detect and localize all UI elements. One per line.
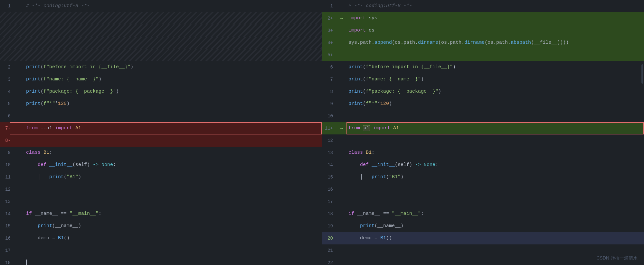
editor-container: 1 # -*- coding:utf-8 -*-: [0, 0, 644, 265]
line-2-left: 2 print(f"before import in {__file__}"): [0, 61, 322, 73]
line-17-left: 17: [0, 244, 322, 257]
line-14-left: 14 if __name__ == "__main__":: [0, 208, 322, 220]
line-9-left: 9 class B1:: [0, 147, 322, 159]
hatch-line-3: [0, 37, 322, 49]
line-2-right: 2+ → import sys: [322, 12, 644, 24]
line-11-right: 11+ → from a1 import A1: [322, 122, 644, 134]
line-1-right: 1 # -*- coding:utf-8 -*-: [322, 0, 644, 12]
line-19-right: 19 print(__name__): [322, 220, 644, 232]
line-13-right: 13 class B1:: [322, 147, 644, 159]
line-5-right: 5+: [322, 49, 644, 61]
line-8-left: 8-: [0, 134, 322, 147]
line-20-right: 20 demo = B1(): [322, 232, 644, 244]
line-7-left: 7- from ..a1 import A1: [0, 122, 322, 134]
line-10-right: 10: [322, 110, 644, 122]
right-pane: 1 # -*- coding:utf-8 -*- 2+ → import sys…: [322, 0, 644, 265]
right-code-lines: 1 # -*- coding:utf-8 -*- 2+ → import sys…: [322, 0, 644, 265]
word-highlight-a1: a1: [363, 125, 370, 131]
line-6-left: 6: [0, 110, 322, 122]
line-4-right: 4+ sys.path.append(os.path.dirname(os.pa…: [322, 37, 644, 49]
line-8-right: 8 print(f"package: {__package__}"): [322, 86, 644, 98]
watermark: CSDN @拾一滴清水: [596, 255, 638, 261]
left-code-lines: 1 # -*- coding:utf-8 -*-: [0, 0, 322, 265]
hatch-line-2: [0, 24, 322, 37]
line-12-right: 12: [322, 134, 644, 147]
line-17-right: 17: [322, 196, 644, 208]
line-16-right: 16: [322, 183, 644, 196]
line-13-left: 13: [0, 196, 322, 208]
line-21-right: 21: [322, 244, 644, 257]
scrollbar[interactable]: [641, 64, 643, 84]
line-5-left: 5 print(f"*"*120): [0, 98, 322, 110]
line-7-right: 7 print(f"name: {__name__}"): [322, 73, 644, 86]
line-18-left: 18: [0, 257, 322, 265]
line-14-right: 14 def __init__(self) -> None:: [322, 159, 644, 171]
left-pane: 1 # -*- coding:utf-8 -*-: [0, 0, 322, 265]
text-cursor: [26, 260, 27, 265]
hatch-line-4: [0, 49, 322, 61]
hatch-line-1: [0, 12, 322, 24]
line-3-right: 3+ import os: [322, 24, 644, 37]
line-6-right: 6 print(f"before import in {__file__}"): [322, 61, 644, 73]
line-1-left: 1 # -*- coding:utf-8 -*-: [0, 0, 322, 12]
line-16-left: 16 demo = B1(): [0, 232, 322, 244]
line-22-right: 22: [322, 257, 644, 265]
line-15-left: 15 print(__name__): [0, 220, 322, 232]
line-18-right: 18 if __name__ == "__main__":: [322, 208, 644, 220]
line-10-left: 10 def __init__(self) -> None:: [0, 159, 322, 171]
line-11-left: 11 │ print("B1"): [0, 171, 322, 183]
line-9-right: 9 print(f"*"*120): [322, 98, 644, 110]
line-4-left: 4 print(f"package: {__package__}"): [0, 86, 322, 98]
line-3-left: 3 print(f"name: {__name__}"): [0, 73, 322, 86]
line-12-left: 12: [0, 183, 322, 196]
line-15-right: 15 │ print("B1"): [322, 171, 644, 183]
